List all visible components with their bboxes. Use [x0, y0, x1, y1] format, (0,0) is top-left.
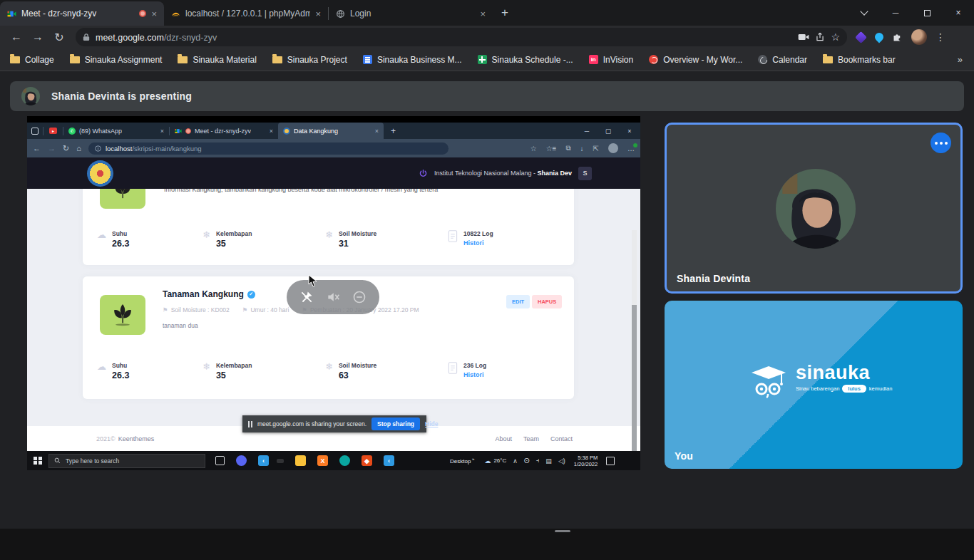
tab-grid-icon — [31, 128, 39, 135]
tile-options-button[interactable] — [931, 133, 951, 153]
bookmark-invision[interactable]: inInVision — [589, 55, 633, 65]
tray-network-icon: ⫞ — [536, 457, 540, 465]
power-icon — [419, 169, 428, 178]
histori-link: Histori — [463, 239, 493, 247]
back-button[interactable]: ← — [6, 31, 27, 43]
meet-favicon — [7, 9, 16, 19]
remove-from-call-icon[interactable] — [352, 290, 366, 304]
vscode-icon: ‹ — [384, 455, 394, 466]
bottom-strip-handle — [555, 530, 570, 532]
bookmark-overview[interactable]: Overview - My Wor... — [649, 55, 742, 65]
youtube-pinned-tab-icon: ▸ — [49, 128, 57, 134]
shared-url-host: localhost — [106, 145, 133, 152]
stat-kelembapan: ❄ Kelembapan35 — [203, 362, 252, 380]
folder-icon — [70, 56, 80, 63]
share-icon: ⇱ — [593, 145, 599, 152]
tag-umur: ⚑Umur : 40 hari — [242, 306, 289, 313]
discord-icon — [236, 455, 247, 466]
stat-suhu: ☁ Suhu26.3 — [97, 362, 129, 380]
tab-close-icon[interactable]: × — [151, 9, 157, 19]
window-chevron-icon[interactable] — [849, 0, 880, 26]
tab-meet[interactable]: Meet - dzr-snyd-zyv × — [0, 1, 164, 26]
tray-person-icon: ⵙ — [524, 457, 530, 465]
search-icon — [54, 457, 61, 464]
hide-link: Hide — [425, 420, 438, 427]
tray-chevron-icon: ∧ — [513, 457, 518, 465]
screen: Meet - dzr-snyd-zyv × localhost / 127.0.… — [0, 0, 974, 560]
shared-tab-whatsapp: ✆ (89) WhatsApp × — [63, 123, 169, 139]
flag-icon: ⚑ — [242, 306, 248, 313]
forward-button[interactable]: → — [27, 31, 48, 43]
stop-sharing-button: Stop sharing — [371, 418, 420, 430]
leaf-icon — [100, 295, 145, 335]
unpin-icon[interactable] — [299, 290, 314, 304]
url-host: meet.google.com — [96, 33, 164, 43]
bookmark-sinauka-business[interactable]: Sinauka Business M... — [363, 55, 462, 65]
browser-menu-icon[interactable]: ⋮ — [935, 31, 945, 43]
window-close-button[interactable]: × — [943, 0, 974, 26]
bookmark-sinauka-project[interactable]: Sinauka Project — [272, 55, 347, 65]
tab-close-icon[interactable]: × — [315, 9, 321, 19]
verified-badge-icon: ✓ — [247, 291, 255, 299]
graduation-cap-icon — [750, 363, 787, 399]
stat-log: 236 LogHistori — [448, 362, 486, 378]
profile-avatar[interactable] — [911, 29, 927, 45]
bookmark-star-icon[interactable]: ☆ — [831, 31, 840, 43]
edge-menu-icon: … — [627, 145, 635, 152]
volume-off-icon[interactable] — [326, 290, 340, 304]
extension-drop-icon[interactable] — [873, 31, 886, 43]
edit-button: EDIT — [506, 295, 530, 308]
forward-icon: → — [48, 144, 56, 152]
edge-profile-avatar — [608, 143, 618, 153]
cloud-icon: ☁ — [97, 362, 106, 372]
shared-edge-toolbar: ← → ↻ ⌂ localhost/skripsi-main/kangkung … — [27, 139, 640, 157]
start-button-icon — [27, 457, 48, 465]
invision-icon: in — [589, 55, 598, 64]
tab-phpmyadmin[interactable]: localhost / 127.0.0.1 | phpMyAdm × — [164, 1, 328, 26]
tab-login[interactable]: Login × — [329, 1, 493, 26]
presenting-banner: Shania Devinta is presenting — [10, 81, 964, 111]
desktop-label: Desktop » — [450, 457, 474, 465]
window-maximize-button[interactable] — [911, 0, 943, 26]
window-minimize-button[interactable]: ─ — [880, 0, 911, 26]
footer-link-team: Team — [523, 435, 539, 442]
bookmark-sinauka-assignment[interactable]: Sinauka Assignment — [70, 55, 163, 65]
plant-description: tanaman dua — [163, 322, 198, 329]
bookmark-collage[interactable]: Collage — [10, 55, 54, 65]
shared-window-controls: ─▢× — [576, 128, 640, 135]
favorites-list-icon: ☆≡ — [546, 145, 557, 152]
extensions-puzzle-icon[interactable] — [892, 32, 903, 43]
sheets-icon — [478, 55, 487, 64]
sinauka-logo: sinauka Sinau bebarengan lulus kemudian — [750, 363, 892, 399]
bookmark-bookmarks-bar[interactable]: Bookmarks bar — [823, 55, 896, 65]
tab-title: Meet - dzr-snyd-zyv — [21, 9, 134, 19]
sinauka-tagline: Sinau bebarengan lulus kemudian — [796, 385, 892, 393]
globe-favicon — [336, 9, 345, 19]
new-tab-button[interactable]: + — [501, 6, 508, 20]
bottom-strip — [0, 529, 974, 560]
tile-hover-controls — [287, 280, 379, 314]
university-logo — [87, 160, 113, 187]
shared-windows-taskbar: Type here to search ‹ X ◆ ‹ Desktop » ☁ … — [27, 451, 640, 470]
tab-close-icon[interactable]: × — [480, 9, 486, 19]
camera-in-use-icon[interactable] — [798, 33, 809, 41]
stat-soil-moisture: ❄ Soil Moisture31 — [325, 230, 376, 249]
tile-presenter[interactable]: Shania Devinta — [665, 123, 963, 294]
tab-title: Login — [350, 9, 475, 19]
temperature-label: 26°C — [493, 457, 506, 464]
tile-self[interactable]: sinauka Sinau bebarengan lulus kemudian … — [665, 301, 963, 469]
hapus-button: HAPUS — [532, 295, 562, 308]
pause-icon — [248, 421, 252, 427]
bookmark-sinauka-schedule[interactable]: Sinauka Schedule -... — [478, 55, 573, 65]
bookmark-sinauka-material[interactable]: Sinauka Material — [178, 55, 256, 65]
bookmarks-overflow-icon[interactable]: » — [958, 54, 963, 65]
footer-link-contact: Contact — [550, 435, 573, 442]
favorites-star-icon: ☆ — [530, 145, 537, 152]
presenter-photo-avatar — [776, 169, 856, 249]
taskbar-clock: 5:38 PM1/20/2022 — [574, 455, 598, 467]
reload-button[interactable]: ↻ — [48, 31, 70, 44]
extension-layers-icon[interactable] — [855, 31, 867, 43]
address-bar[interactable]: meet.google.com/dzr-snyd-zyv ☆ — [76, 28, 847, 46]
share-icon[interactable] — [815, 32, 825, 42]
bookmark-calendar[interactable]: Calendar — [758, 55, 807, 65]
